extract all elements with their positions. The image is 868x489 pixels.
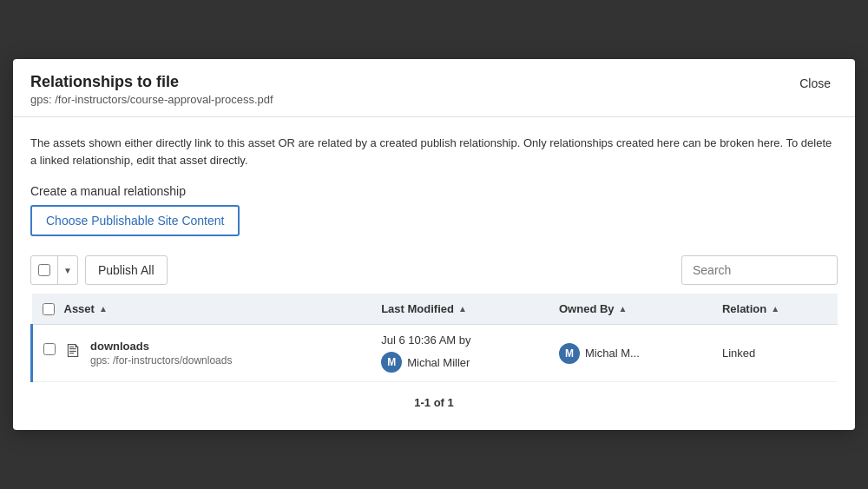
asset-name: downloads xyxy=(90,340,232,353)
header-checkbox[interactable] xyxy=(43,303,55,315)
col-owned-by: Owned By ▲ xyxy=(549,294,712,325)
col-asset-label: Asset xyxy=(64,302,95,315)
modified-cell: Jul 6 10:36 AM by M Michal Miller xyxy=(371,325,549,382)
user-row: M Michal Miller xyxy=(381,352,538,373)
select-all-dropdown[interactable]: ▼ xyxy=(30,255,78,285)
toolbar: ▼ Publish All xyxy=(30,255,838,285)
modal-header: Relationships to file gps: /for-instruct… xyxy=(13,59,855,117)
info-text: The assets shown either directly link to… xyxy=(30,135,838,169)
table-header-row: Asset ▲ Last Modified ▲ Owned By ▲ xyxy=(32,294,838,325)
assets-table: Asset ▲ Last Modified ▲ Owned By ▲ xyxy=(30,294,838,382)
col-asset: Asset ▲ xyxy=(32,294,372,325)
pagination: 1-1 of 1 xyxy=(30,382,838,416)
avatar: M xyxy=(381,352,402,373)
close-button[interactable]: Close xyxy=(792,73,838,94)
modified-date: Jul 6 10:36 AM by xyxy=(381,334,538,347)
modified-user: Michal Miller xyxy=(407,356,470,369)
row-checkbox[interactable] xyxy=(43,343,56,355)
asset-path: gps: /for-instructors/downloads xyxy=(90,354,232,367)
col-relation: Relation ▲ xyxy=(712,294,838,325)
owner-name: Michal M... xyxy=(585,347,640,360)
file-icon: 🖹 xyxy=(64,341,82,361)
col-last-modified: Last Modified ▲ xyxy=(371,294,549,325)
search-input[interactable] xyxy=(681,255,838,285)
owner-avatar: M xyxy=(559,343,580,364)
modal-body: The assets shown either directly link to… xyxy=(13,117,855,430)
relation-sort-icon[interactable]: ▲ xyxy=(771,304,779,314)
col-last-modified-label: Last Modified xyxy=(381,302,454,315)
col-owned-by-label: Owned By xyxy=(559,302,615,315)
modal-title-block: Relationships to file gps: /for-instruct… xyxy=(30,73,273,106)
create-relationship-label: Create a manual relationship xyxy=(30,184,838,198)
last-modified-sort-icon[interactable]: ▲ xyxy=(458,304,467,314)
col-relation-label: Relation xyxy=(722,302,766,315)
dropdown-arrow-icon[interactable]: ▼ xyxy=(57,256,77,284)
asset-info: downloads gps: /for-instructors/download… xyxy=(90,340,232,367)
asset-cell: 🖹 downloads gps: /for-instructors/downlo… xyxy=(32,325,372,382)
select-all-checkbox[interactable] xyxy=(38,264,50,276)
relation-cell: Linked xyxy=(712,325,838,382)
table-row: 🖹 downloads gps: /for-instructors/downlo… xyxy=(32,325,838,382)
asset-sort-icon[interactable]: ▲ xyxy=(99,304,108,314)
relation-value: Linked xyxy=(722,347,755,360)
modal-title: Relationships to file xyxy=(30,73,273,91)
owned-by-sort-icon[interactable]: ▲ xyxy=(619,304,628,314)
owned-by-cell: M Michal M... xyxy=(549,325,712,382)
choose-publishable-button[interactable]: Choose Publishable Site Content xyxy=(30,205,240,236)
modal-subtitle: gps: /for-instructors/course-approval-pr… xyxy=(30,93,273,106)
select-all-checkbox-area[interactable] xyxy=(31,264,57,276)
relationships-modal: Relationships to file gps: /for-instruct… xyxy=(13,59,855,430)
publish-all-button[interactable]: Publish All xyxy=(85,255,168,285)
table-body: 🖹 downloads gps: /for-instructors/downlo… xyxy=(32,325,838,382)
toolbar-left: ▼ Publish All xyxy=(30,255,168,285)
